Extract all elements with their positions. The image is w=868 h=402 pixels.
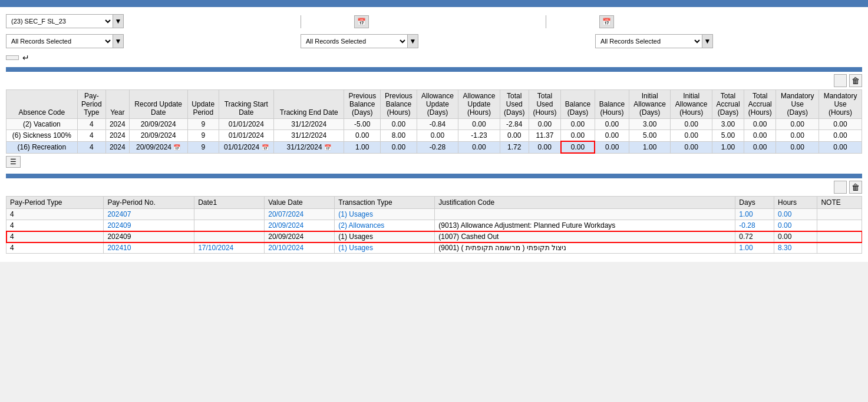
table-cell[interactable]: 1.00 xyxy=(735,242,774,254)
employee-dropdown-arrow[interactable]: ▼ xyxy=(113,15,123,28)
table-cell: 3.00 xyxy=(629,119,671,130)
transactions-add-button[interactable] xyxy=(834,181,847,194)
absence-code-select[interactable]: All Records Selected xyxy=(6,35,113,48)
pay-period-no-link[interactable]: 202410 xyxy=(107,244,131,252)
value-date-link[interactable]: 20/07/2024 xyxy=(268,210,303,218)
table-cell: 0.00 xyxy=(744,130,776,142)
table-cell xyxy=(817,231,862,242)
table-cell[interactable]: (2) Allowances xyxy=(335,220,435,231)
table-cell: 2024 xyxy=(106,141,130,153)
table-cell[interactable]: 20/10/2024 xyxy=(265,242,335,254)
table-cell[interactable]: 1.00 xyxy=(735,209,774,220)
col-absence-code: Absence Code xyxy=(6,90,78,119)
transaction-type-dropdown-arrow[interactable]: ▼ xyxy=(407,35,418,48)
transactions-delete-button[interactable]: 🗑 xyxy=(849,181,862,194)
tcol-transaction-type: Transaction Type xyxy=(335,197,435,209)
table-cell: -2.84 xyxy=(500,119,529,130)
table-cell: 3.00 xyxy=(712,119,744,130)
table-cell[interactable]: 202407 xyxy=(104,209,194,220)
pay-period-no-link[interactable]: 202407 xyxy=(107,210,131,218)
table-cell xyxy=(817,209,862,220)
from-date-calendar-icon[interactable]: 📅 xyxy=(354,16,368,28)
transaction-type-link[interactable]: (1) Usages xyxy=(338,244,373,252)
table-cell[interactable]: (1) Usages xyxy=(335,242,435,254)
table-cell[interactable]: (1) Usages xyxy=(335,209,435,220)
table-cell: 4 xyxy=(77,119,105,130)
table-cell: 4 xyxy=(77,141,105,153)
table-cell xyxy=(435,209,735,220)
table-cell: 5.00 xyxy=(712,130,744,142)
transaction-type-link[interactable]: (2) Allowances xyxy=(338,221,384,230)
table-cell: 0.00 xyxy=(561,119,595,130)
transaction-type-link[interactable]: (1) Usages xyxy=(338,210,373,218)
annual-tracking-grid-button[interactable]: ☰ xyxy=(6,156,21,168)
hours-link[interactable]: 0.00 xyxy=(778,210,791,218)
table-cell[interactable]: 202410 xyxy=(104,242,194,254)
table-cell: 0.00 xyxy=(774,231,817,242)
table-cell: 0.00 xyxy=(819,141,862,153)
value-date-link[interactable]: 20/10/2024 xyxy=(268,244,303,252)
table-cell[interactable]: 20/09/2024 xyxy=(265,220,335,231)
days-link[interactable]: 1.00 xyxy=(739,210,753,218)
table-cell: ניצול תקופתי ( מרשומה תקופתית ) (9001) xyxy=(435,242,735,254)
table-cell[interactable]: 20/07/2024 xyxy=(265,209,335,220)
table-cell[interactable]: 0.00 xyxy=(774,220,817,231)
table-cell: 0.00 xyxy=(671,119,712,130)
col-prev-bal-hours: PreviousBalance(Hours) xyxy=(381,90,417,119)
table-cell: 31/12/2024 📅 xyxy=(274,141,344,153)
table-cell xyxy=(817,242,862,254)
value-date-link[interactable]: 20/09/2024 xyxy=(268,221,303,230)
days-link[interactable]: -0.28 xyxy=(739,221,755,230)
table-cell: 202409 xyxy=(104,231,194,242)
table-cell[interactable]: 0.00 xyxy=(774,209,817,220)
table-cell: 9 xyxy=(187,119,219,130)
table-cell: 0.00 xyxy=(529,141,560,153)
table-cell[interactable]: 8.30 xyxy=(774,242,817,254)
table-cell: 0.00 xyxy=(417,130,458,142)
annual-tracking-add-button[interactable] xyxy=(834,74,847,87)
hours-link[interactable]: 0.00 xyxy=(778,221,791,230)
to-date-input[interactable] xyxy=(546,15,599,28)
table-cell: 5.00 xyxy=(629,130,671,142)
table-cell: 8.00 xyxy=(381,130,417,142)
table-cell: 0.00 xyxy=(595,119,629,130)
table-cell: 20/09/2024 xyxy=(129,130,187,142)
col-allow-update-hours: AllowanceUpdate(Hours) xyxy=(458,90,500,119)
table-cell: 4 xyxy=(6,242,104,254)
col-total-used-hours: TotalUsed(Hours) xyxy=(529,90,560,119)
table-cell: 9 xyxy=(187,141,219,153)
table-cell[interactable]: 202409 xyxy=(104,220,194,231)
date1-link[interactable]: 17/10/2024 xyxy=(198,244,233,252)
table-cell: (1) Usages xyxy=(335,231,435,242)
tcol-justification-code: Justification Code xyxy=(435,197,735,209)
table-cell: 0.00 xyxy=(344,130,381,142)
table-cell: 0.00 xyxy=(671,130,712,142)
table-cell: 0.00 xyxy=(500,130,529,142)
col-mandatory-use-hours: MandatoryUse(Hours) xyxy=(819,90,862,119)
col-allow-update-days: AllowanceUpdate(Days) xyxy=(417,90,458,119)
justification-codes-select[interactable]: All Records Selected xyxy=(596,35,702,48)
absence-code-dropdown-arrow[interactable]: ▼ xyxy=(113,35,123,48)
to-date-calendar-icon[interactable]: 📅 xyxy=(599,16,613,28)
tcol-hours: Hours xyxy=(774,197,817,209)
col-year: Year xyxy=(106,90,130,119)
col-total-used-days: TotalUsed(Days) xyxy=(500,90,529,119)
justification-codes-dropdown-arrow[interactable]: ▼ xyxy=(702,35,712,48)
table-cell xyxy=(817,220,862,231)
table-cell: (9013) Allowance Adjustment: Planned Fut… xyxy=(435,220,735,231)
employee-select[interactable]: (23) SEC_F SL_23 xyxy=(6,15,113,28)
days-link[interactable]: 1.00 xyxy=(739,244,753,252)
transaction-type-select[interactable]: All Records Selected xyxy=(301,35,407,48)
table-cell: 0.00 xyxy=(776,119,819,130)
table-cell: 20/09/2024 📅 xyxy=(129,141,187,153)
annual-tracking-table: Absence Code Pay-PeriodType Year Record … xyxy=(6,89,862,154)
pay-period-no-link[interactable]: 202409 xyxy=(107,221,131,230)
from-date-input[interactable] xyxy=(301,15,354,28)
table-cell: -0.84 xyxy=(417,119,458,130)
table-cell: 4 xyxy=(6,231,104,242)
table-cell: 31/12/2024 xyxy=(274,119,344,130)
search-button[interactable] xyxy=(6,55,19,60)
annual-tracking-delete-button[interactable]: 🗑 xyxy=(849,74,862,87)
hours-link[interactable]: 8.30 xyxy=(778,244,791,252)
table-cell[interactable]: -0.28 xyxy=(735,220,774,231)
